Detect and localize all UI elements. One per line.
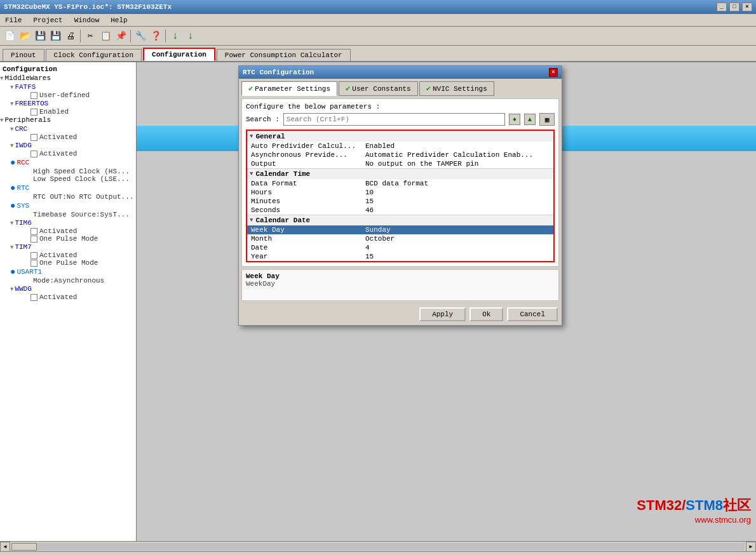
checkbox-wwdg-activated[interactable]: [30, 294, 37, 301]
toolbar-open[interactable]: 📂: [18, 29, 32, 43]
sidebar-item-crc[interactable]: ▼CRC: [10, 124, 136, 133]
sidebar-item-fatfs[interactable]: ▼FATFS: [10, 83, 136, 91]
toolbar-print[interactable]: 🖨: [64, 29, 78, 43]
section-header-calendar-date[interactable]: ▼ Calendar Date: [247, 215, 553, 225]
menu-bar: File Project Window Help: [0, 14, 756, 27]
grid-view-button[interactable]: ▦: [539, 113, 555, 126]
collapse-icon-calendar-date: ▼: [250, 217, 253, 224]
toolbar-paste[interactable]: 📌: [114, 29, 128, 43]
menu-window[interactable]: Window: [72, 16, 102, 25]
dialog-overlay: RTC Configuration × ✔ Parameter Settings…: [137, 62, 756, 541]
checkbox-enabled[interactable]: [30, 109, 37, 116]
section-header-calendar-time[interactable]: ▼ Calendar Time: [247, 168, 553, 179]
dialog-close-button[interactable]: ×: [549, 68, 558, 77]
sidebar-item-tim6-activated[interactable]: Activated: [10, 227, 136, 235]
sidebar-item-tim7-opm[interactable]: One Pulse Mode: [10, 259, 136, 267]
sidebar-item-middlewares[interactable]: ▼MiddleWares: [0, 74, 136, 83]
param-name-year: Year: [247, 252, 361, 261]
scroll-right-button[interactable]: ▶: [746, 542, 756, 552]
sidebar-group-peripherals: ▼CRC Activated ▼IWDG Activated ●RCC High…: [0, 124, 136, 301]
param-value-minutes: 15: [361, 197, 553, 206]
param-row-week-day[interactable]: Week Day Sunday: [247, 225, 553, 234]
checkbox-user-defined[interactable]: [30, 92, 37, 99]
center-area: Multimedia Control RTC 23 STM32/STM8社区 w…: [137, 62, 756, 541]
sidebar-item-wwdg-activated[interactable]: Activated: [10, 293, 136, 301]
param-row-hours: Hours 10: [247, 188, 553, 197]
menu-file[interactable]: File: [3, 16, 24, 25]
sidebar-item-rcc[interactable]: ●RCC: [10, 157, 136, 168]
search-prev-button[interactable]: ♦: [509, 114, 520, 125]
sidebar-item-tim7-activated[interactable]: Activated: [10, 251, 136, 259]
param-name-hours: Hours: [247, 188, 361, 197]
toolbar-help[interactable]: ❓: [149, 29, 163, 43]
toolbar-settings[interactable]: 🔧: [133, 29, 147, 43]
sidebar-item-wwdg[interactable]: ▼WWDG: [10, 284, 136, 293]
toolbar-cut[interactable]: ✂: [83, 29, 97, 43]
sidebar-title: Configuration: [0, 65, 136, 74]
param-value-output: No output on the TAMPER pin: [361, 159, 553, 168]
checkbox-tim7-opm[interactable]: [30, 260, 37, 267]
sidebar-item-rtc-out: RTC OUT:No RTC Output...: [10, 193, 136, 201]
toolbar-copy[interactable]: 📋: [98, 29, 112, 43]
sidebar-item-tim6-opm[interactable]: One Pulse Mode: [10, 235, 136, 243]
search-row: Search : ♦ ▲ ▦: [246, 113, 555, 126]
menu-help[interactable]: Help: [108, 16, 130, 25]
apply-button[interactable]: Apply: [419, 307, 466, 321]
toolbar-new[interactable]: 📄: [3, 29, 17, 43]
checkbox-tim7-activated[interactable]: [30, 252, 37, 259]
param-row-year: Year 15: [247, 252, 553, 261]
checkbox-tim6-activated[interactable]: [30, 228, 37, 235]
param-name-date: Date: [247, 243, 361, 252]
title-bar: STM32CubeMX YS-F1Pro.ioc*: STM32F103ZETx…: [0, 0, 756, 14]
close-button[interactable]: ×: [742, 3, 752, 11]
search-next-button[interactable]: ▲: [524, 114, 536, 125]
dialog-tab-user-constants[interactable]: ✔ User Constants: [339, 81, 418, 96]
search-input[interactable]: [283, 113, 505, 126]
rtc-config-dialog: RTC Configuration × ✔ Parameter Settings…: [238, 65, 562, 326]
sidebar-item-tim6[interactable]: ▼TIM6: [10, 218, 136, 227]
sidebar-item-rtc[interactable]: ●RTC: [10, 183, 136, 193]
dialog-tab-user-label: User Constants: [352, 85, 410, 93]
toolbar-redo[interactable]: ↓: [184, 29, 198, 43]
sidebar-item-crc-activated[interactable]: Activated: [10, 133, 136, 141]
param-name-seconds: Seconds: [247, 206, 361, 215]
menu-project[interactable]: Project: [30, 16, 65, 25]
tab-power[interactable]: Power Consumption Calculator: [217, 49, 351, 61]
param-value-hours: 10: [361, 188, 553, 197]
sidebar-item-iwdg-activated[interactable]: Activated: [10, 150, 136, 157]
sidebar-item-sys[interactable]: ●SYS: [10, 201, 136, 211]
scroll-left-button[interactable]: ◀: [0, 542, 10, 552]
checkbox-tim6-opm[interactable]: [30, 236, 37, 243]
dialog-tab-nvic[interactable]: ✔ NVIC Settings: [419, 81, 494, 96]
checkbox-crc-activated[interactable]: [30, 134, 37, 141]
sidebar-item-iwdg[interactable]: ▼IWDG: [10, 141, 136, 150]
window-controls: _ □ ×: [717, 3, 752, 11]
tab-pinout[interactable]: Pinout: [3, 49, 44, 61]
ok-button[interactable]: Ok: [469, 307, 503, 321]
tab-clock[interactable]: Clock Configuration: [46, 49, 142, 61]
tab-configuration[interactable]: Configuration: [143, 48, 215, 61]
dialog-tab-parameter[interactable]: ✔ Parameter Settings: [241, 81, 337, 96]
sidebar-item-rcc-hse: High Speed Clock (HS...: [10, 168, 136, 175]
maximize-button[interactable]: □: [729, 3, 739, 11]
sidebar-item-peripherals[interactable]: ▼Peripherals: [0, 116, 136, 124]
sidebar-item-enabled[interactable]: Enabled: [10, 108, 136, 116]
toolbar-undo[interactable]: ↓: [168, 29, 182, 43]
minimize-button[interactable]: _: [717, 3, 727, 11]
toolbar-save2[interactable]: 💾: [48, 29, 62, 43]
sidebar-item-freertos[interactable]: ▼FREERTOS: [10, 99, 136, 108]
param-value-data-format: BCD data format: [361, 179, 553, 188]
param-row-output: Output No output on the TAMPER pin: [247, 159, 553, 168]
sidebar-group-middlewares: ▼FATFS User-defined ▼FREERTOS Enabled: [0, 83, 136, 116]
toolbar-save[interactable]: 💾: [33, 29, 47, 43]
param-name-month: Month: [247, 234, 361, 243]
sidebar-item-usart1[interactable]: ●USART1: [10, 267, 136, 277]
sidebar-item-tim7[interactable]: ▼TIM7: [10, 243, 136, 251]
section-header-general[interactable]: ▼ General: [247, 131, 553, 142]
sidebar-item-user-defined[interactable]: User-defined: [10, 91, 136, 99]
scroll-thumb[interactable]: [11, 543, 37, 551]
collapse-icon-general: ▼: [250, 133, 253, 140]
checkbox-iwdg-activated[interactable]: [30, 150, 37, 157]
dialog-title: RTC Configuration: [243, 69, 314, 76]
cancel-button[interactable]: Cancel: [507, 307, 558, 321]
